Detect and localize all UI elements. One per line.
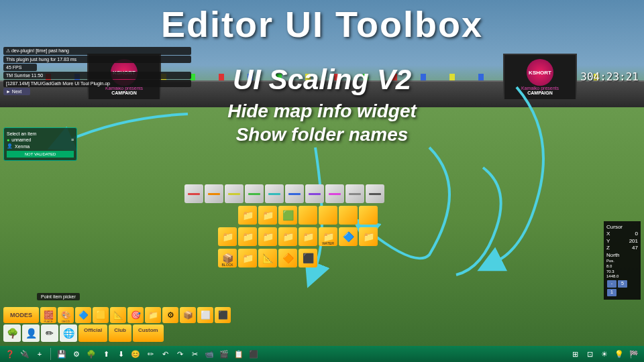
folder-item[interactable]: 📁WATER — [319, 227, 337, 246]
folder-item[interactable]: ⬛ — [299, 249, 317, 267]
folder-item[interactable]: 🔶 — [278, 249, 297, 267]
record-icon[interactable]: 🎬 — [218, 348, 230, 360]
fps-counter: 45 FPS — [3, 64, 37, 71]
overlay-feature-2: Show folder names — [0, 124, 644, 145]
folder-item[interactable]: 📁 — [299, 227, 317, 246]
color-swatch[interactable] — [205, 184, 223, 203]
debug-overlay: ⚠ dev-plugin! [time] past hang This plug… — [3, 47, 191, 96]
plus-icon[interactable]: + — [34, 348, 46, 360]
folder-row-4: 📦BLOCK 📁 📐 🔶 ⬛ — [218, 249, 317, 267]
color-palette-row — [184, 184, 384, 203]
down-icon[interactable]: ⬇ — [115, 348, 127, 360]
mode-place-icon[interactable]: 🧱PLACE — [40, 307, 56, 323]
folder-item[interactable]: 📁 — [238, 227, 257, 246]
color-swatch[interactable] — [245, 184, 264, 203]
color-swatch[interactable] — [184, 184, 203, 203]
folder-item[interactable] — [299, 206, 317, 225]
sun-icon[interactable]: ☀ — [598, 348, 610, 360]
face-icon[interactable]: 😊 — [129, 348, 142, 360]
mode-icon[interactable]: ⬛ — [215, 307, 231, 323]
mode-icon[interactable]: 🎯 — [127, 307, 144, 323]
bottom-toolbar: ❓ 🔌 + 💾 ⚙ 🌳 ⬆ ⬇ 😊 ✏ ↶ ↷ ✂ 📹 🎬 📋 ⬛ ⊞ ⊡ ☀ … — [0, 346, 644, 362]
folder-item[interactable]: 📁 — [258, 206, 277, 225]
clipboard-icon[interactable]: 📋 — [233, 348, 245, 360]
light-icon[interactable]: 💡 — [613, 348, 625, 360]
folder-item[interactable]: 📁 — [238, 249, 257, 267]
item-picker-label: Point item picker — [37, 293, 80, 300]
color-swatch[interactable] — [325, 184, 344, 203]
save-icon[interactable]: 💾 — [56, 348, 68, 360]
cursor-info-panel: Cursor X0 Y201 Z47 North Pos. 8.0 70.3 1… — [604, 221, 641, 300]
help-icon[interactable]: ❓ — [4, 348, 16, 360]
folder-item[interactable]: 📦BLOCK — [218, 249, 237, 267]
gear-icon[interactable]: ⚙ — [70, 348, 83, 360]
mode-icon[interactable]: 📦 — [180, 307, 196, 323]
tab-club[interactable]: Club — [109, 324, 131, 342]
folder-item[interactable]: 📁 — [359, 227, 378, 246]
next-button[interactable]: ► Next — [3, 88, 30, 95]
map-info-widget[interactable]: Select an item ●unnamed≡ 👤Xenma NOT VALI… — [3, 127, 77, 161]
block-icon[interactable]: ⬛ — [248, 348, 260, 360]
cut-icon[interactable]: ✂ — [189, 348, 201, 360]
folder-item[interactable] — [339, 206, 358, 225]
color-swatch[interactable] — [265, 184, 284, 203]
mode-icon[interactable]: 🟨 — [93, 307, 109, 323]
undo-icon[interactable]: ↶ — [159, 348, 171, 360]
color-swatch[interactable] — [225, 184, 244, 203]
folder-item[interactable]: 🟩 — [278, 206, 297, 225]
folder-item[interactable]: 📁 — [258, 227, 277, 246]
folder-item[interactable]: 📁 — [238, 206, 257, 225]
modes-button[interactable]: MODES — [3, 307, 39, 323]
redo-icon[interactable]: ↷ — [174, 348, 186, 360]
grid-icon[interactable]: ⊞ — [569, 348, 581, 360]
grid-sm-button[interactable]: - — [607, 280, 616, 288]
plugin-icon[interactable]: 🔌 — [19, 348, 31, 360]
color-swatch[interactable] — [345, 184, 364, 203]
mode-deco-icon[interactable]: 🎨DECO — [58, 307, 74, 323]
tab-custom[interactable]: Custom — [133, 324, 164, 342]
mode-icon[interactable]: ⚙ — [162, 307, 178, 323]
mode-icon[interactable]: ⬜ — [197, 307, 213, 323]
tool-tree-icon[interactable]: 🌳 — [3, 324, 21, 342]
folder-item[interactable]: 📐 — [258, 249, 277, 267]
tab-official[interactable]: Official — [78, 324, 107, 342]
edit-icon[interactable]: ✏ — [144, 348, 156, 360]
mode-icon[interactable]: 📁 — [145, 307, 161, 323]
grid-md-button[interactable]: 5 — [618, 280, 627, 288]
up-icon[interactable]: ⬆ — [100, 348, 112, 360]
validation-badge: NOT VALIDATED — [7, 151, 74, 158]
map-user: ●unnamed≡ — [7, 137, 74, 143]
tool-edit-icon[interactable]: ✏ — [41, 324, 58, 342]
overlay-feature-1: Hide map info widget — [0, 101, 644, 122]
folder-item[interactable]: 🔷 — [339, 227, 358, 246]
flag-icon[interactable]: 🏁 — [628, 348, 640, 360]
tool-globe-icon[interactable]: 🌐 — [60, 324, 77, 342]
folder-item[interactable]: 📁 — [218, 227, 237, 246]
map-author: 👤Xenma — [7, 143, 74, 149]
folder-item[interactable]: 📁 — [278, 227, 297, 246]
file-path: [1287.14M] TMU/GadGath More UI Tool Plug… — [3, 80, 191, 87]
color-swatch[interactable] — [366, 184, 384, 203]
grid-lg-button[interactable]: 1 — [607, 289, 616, 296]
folder-item[interactable] — [359, 206, 378, 225]
map-info-title: Select an item — [7, 131, 74, 137]
folder-row-2: 📁 📁 🟩 — [238, 206, 378, 225]
overlay-title: Editor UI Toolbox — [0, 3, 644, 45]
camera-icon[interactable]: 📹 — [203, 348, 215, 360]
mode-icon[interactable]: 📐 — [110, 307, 126, 323]
tool-user-icon[interactable]: 👤 — [22, 324, 40, 342]
color-swatch[interactable] — [305, 184, 324, 203]
time-of-day: TM Sunrise 11:50 — [3, 72, 191, 79]
folder-row-3: 📁 📁 📁 📁 📁 📁WATER 🔷 📁 — [218, 227, 378, 246]
snap-icon[interactable]: ⊡ — [584, 348, 596, 360]
color-swatch[interactable] — [285, 184, 304, 203]
folder-item[interactable] — [319, 206, 337, 225]
mode-icon[interactable]: 🔷 — [75, 307, 91, 323]
plugin-warning: ⚠ dev-plugin! [time] past hang — [3, 47, 191, 55]
plugin-hang-msg: This plugin just hung for 17.83 ms — [3, 56, 191, 63]
tree-icon[interactable]: 🌳 — [85, 348, 97, 360]
editor-panel: MODES 🧱PLACE 🎨DECO 🔷 🟨 📐 🎯 📁 ⚙ 📦 ⬜ ⬛ 🌳 👤… — [3, 307, 252, 343]
